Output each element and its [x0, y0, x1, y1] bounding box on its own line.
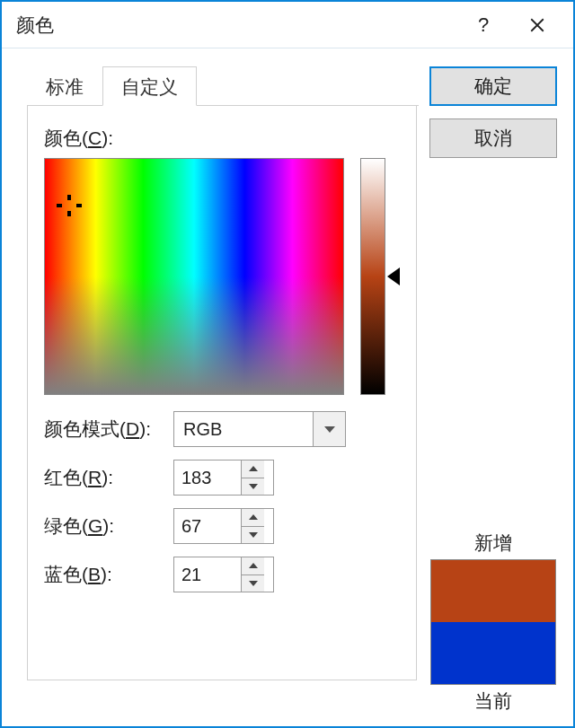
green-down-button[interactable] — [242, 527, 264, 544]
blue-label: 蓝色(B): — [44, 562, 163, 587]
blue-up-button[interactable] — [242, 557, 264, 575]
titlebar: 颜色 ? — [2, 2, 573, 48]
dialog-body: 标准 自定义 颜色(C): — [2, 48, 573, 726]
preview-current-swatch — [431, 622, 555, 684]
tab-strip: 标准 自定义 — [27, 66, 417, 106]
triangle-down-icon — [249, 581, 258, 586]
color-dialog: 颜色 ? 标准 自定义 颜色(C): — [0, 0, 575, 728]
chevron-down-icon — [324, 426, 335, 433]
red-spinner — [173, 460, 274, 496]
custom-panel: 颜色(C): 颜色模式(D): RGB — [27, 106, 417, 680]
blue-down-button[interactable] — [242, 575, 264, 592]
cancel-label: 取消 — [474, 126, 512, 151]
row-green: 绿色(G): — [44, 508, 400, 544]
triangle-up-icon — [249, 514, 258, 520]
luminance-pointer-icon[interactable] — [387, 268, 400, 285]
crosshair-icon — [60, 197, 78, 215]
current-label: 当前 — [429, 689, 557, 714]
dialog-title: 颜色 — [16, 13, 456, 38]
tab-standard-label: 标准 — [46, 76, 84, 97]
green-up-button[interactable] — [242, 509, 264, 527]
help-icon: ? — [478, 13, 489, 37]
left-column: 标准 自定义 颜色(C): — [27, 66, 417, 717]
green-spinner — [173, 508, 274, 544]
blue-spin-buttons — [241, 557, 264, 592]
triangle-up-icon — [249, 466, 258, 471]
red-input[interactable] — [174, 460, 241, 495]
hue-sat-field[interactable] — [44, 158, 344, 395]
tab-custom[interactable]: 自定义 — [102, 66, 197, 106]
preview-new-swatch — [431, 560, 555, 622]
triangle-down-icon — [249, 484, 258, 489]
ok-label: 确定 — [474, 74, 512, 99]
mode-dropdown-button[interactable] — [313, 412, 345, 446]
picker-row — [44, 158, 400, 395]
right-column: 确定 取消 新增 当前 — [429, 66, 557, 717]
tab-standard[interactable]: 标准 — [27, 66, 102, 106]
row-blue: 蓝色(B): — [44, 557, 400, 592]
mode-value: RGB — [174, 419, 313, 440]
blue-spinner — [173, 557, 274, 592]
colors-label: 颜色(C): — [44, 126, 400, 151]
ok-button[interactable]: 确定 — [429, 66, 557, 106]
green-input[interactable] — [174, 509, 241, 543]
green-label: 绿色(G): — [44, 513, 163, 539]
red-up-button[interactable] — [242, 460, 264, 478]
red-label: 红色(R): — [44, 465, 163, 490]
help-button[interactable]: ? — [456, 2, 510, 48]
row-mode: 颜色模式(D): RGB — [44, 411, 400, 447]
spacer — [429, 171, 557, 531]
triangle-up-icon — [249, 563, 258, 568]
cancel-button[interactable]: 取消 — [429, 118, 557, 158]
new-label: 新增 — [429, 531, 557, 556]
red-down-button[interactable] — [242, 478, 264, 496]
color-preview — [430, 559, 556, 685]
mode-select[interactable]: RGB — [173, 411, 346, 447]
tab-custom-label: 自定义 — [121, 76, 178, 97]
luminance-column — [360, 158, 400, 395]
triangle-down-icon — [249, 532, 258, 538]
mode-label: 颜色模式(D): — [44, 417, 163, 442]
green-spin-buttons — [241, 509, 264, 543]
luminance-bar[interactable] — [360, 158, 385, 395]
red-spin-buttons — [241, 460, 264, 495]
close-icon — [529, 17, 545, 33]
blue-input[interactable] — [174, 557, 241, 592]
row-red: 红色(R): — [44, 460, 400, 496]
close-button[interactable] — [510, 2, 564, 48]
